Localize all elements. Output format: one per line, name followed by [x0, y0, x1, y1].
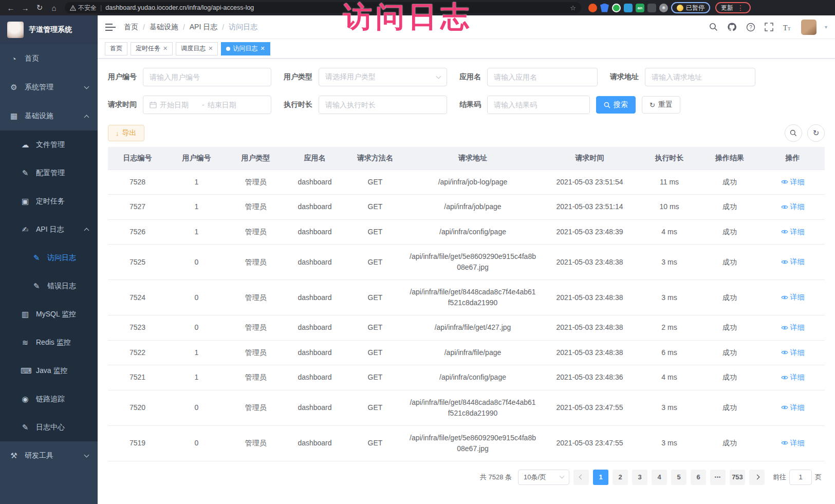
close-icon[interactable]: ✕ [260, 45, 265, 52]
pagination: 共 7528 条 10条/页 1 2 3 4 5 6 ••• 753 前往 页 [98, 461, 835, 485]
user-type-select[interactable]: 请选择用户类型 [319, 68, 447, 86]
request-url-input[interactable] [652, 73, 749, 81]
home-icon: ◔ [9, 54, 18, 63]
font-size-icon[interactable]: TT [783, 22, 793, 32]
col-result: 操作结果 [699, 147, 760, 170]
avatar-caret-down-icon[interactable]: ▾ [825, 24, 827, 30]
toggle-search-button[interactable] [785, 124, 802, 142]
result-code-input[interactable] [494, 101, 583, 109]
hamburger-icon[interactable] [105, 23, 117, 31]
reload-icon[interactable]: ↻ [34, 2, 45, 13]
eye-icon [781, 295, 788, 300]
toolbox-icon: ⚒ [9, 451, 18, 460]
close-icon[interactable]: ✕ [163, 45, 168, 52]
next-page-button[interactable] [749, 470, 765, 485]
page-button-6[interactable]: 6 [691, 470, 706, 485]
forward-icon[interactable]: → [20, 2, 31, 13]
breadcrumb-current: 访问日志 [229, 23, 257, 32]
home-icon[interactable]: ⌂ [48, 2, 60, 13]
sidebar-item-config-management[interactable]: ✎ 配置管理 [0, 159, 98, 187]
sidebar-item-java-monitor[interactable]: ⌨ Java 监控 [0, 357, 98, 385]
bookmark-star-icon[interactable]: ☆ [570, 4, 576, 12]
detail-button[interactable]: 详细 [781, 227, 805, 237]
page-button-753[interactable]: 753 [730, 470, 745, 485]
export-button[interactable]: ↓ 导出 [108, 125, 144, 141]
detail-button[interactable]: 详细 [781, 177, 805, 188]
help-icon[interactable]: ? [746, 22, 756, 32]
user-id-input[interactable] [150, 73, 265, 81]
paused-badge[interactable]: 已暂停 [671, 2, 710, 13]
start-date-input[interactable] [160, 101, 199, 109]
extension-icon-green-circle[interactable] [612, 4, 621, 12]
detail-button[interactable]: 详细 [781, 256, 805, 267]
sidebar-item-log-center[interactable]: ✎ 日志中心 [0, 413, 98, 441]
back-icon[interactable]: ← [5, 2, 16, 13]
app-name-input[interactable] [494, 73, 591, 81]
page-button-5[interactable]: 5 [671, 470, 686, 485]
sidebar-item-trace[interactable]: ◉ 链路追踪 [0, 385, 98, 413]
gear-icon: ⚙ [9, 83, 18, 92]
end-date-input[interactable] [208, 101, 247, 109]
address-bar[interactable]: 不安全 | dashboard.yudao.iocoder.cn/infra/l… [65, 2, 581, 13]
tab-home[interactable]: 首页 [105, 42, 127, 55]
close-icon[interactable]: ✕ [208, 45, 213, 52]
extension-icon-dark[interactable] [647, 4, 656, 12]
tab-scheduled-jobs[interactable]: 定时任务 ✕ [131, 42, 173, 55]
sidebar-item-access-log[interactable]: ✎ 访问日志 [0, 244, 98, 272]
prev-page-button[interactable] [573, 470, 589, 485]
detail-button[interactable]: 详细 [781, 292, 805, 303]
github-icon[interactable] [727, 22, 737, 32]
breadcrumb-infrastructure[interactable]: 基础设施 [150, 23, 178, 32]
job-icon: ▣ [21, 197, 30, 206]
detail-button[interactable]: 详细 [781, 347, 805, 358]
sidebar-item-home[interactable]: ◔ 首页 [0, 44, 98, 73]
page-size-select[interactable]: 10条/页 [518, 470, 569, 485]
app-logo-row[interactable]: 芋道管理系统 [0, 15, 98, 44]
detail-button[interactable]: 详细 [781, 438, 805, 449]
fullscreen-icon[interactable] [764, 22, 774, 32]
sidebar-item-infrastructure[interactable]: ▦ 基础设施 [0, 102, 98, 130]
breadcrumb-home[interactable]: 首页 [124, 23, 138, 32]
tab-access-log[interactable]: 访问日志 ✕ [221, 42, 270, 55]
refresh-icon: ↻ [650, 101, 655, 109]
refresh-button[interactable]: ↻ [807, 124, 825, 142]
detail-button[interactable]: 详细 [781, 322, 805, 333]
goto-page-input[interactable] [789, 470, 812, 485]
more-pages-button[interactable]: ••• [710, 470, 726, 485]
user-avatar[interactable] [801, 20, 817, 35]
sidebar-item-mysql-monitor[interactable]: ▥ MySQL 监控 [0, 300, 98, 328]
extension-icon-shield[interactable] [600, 4, 609, 12]
breadcrumb-api-log[interactable]: API 日志 [190, 23, 217, 32]
url-text: dashboard.yudao.iocoder.cn/infra/log/api… [105, 4, 566, 11]
detail-button[interactable]: 详细 [781, 201, 805, 212]
extension-icon-an[interactable]: an [636, 4, 644, 12]
eye-icon [781, 179, 788, 184]
search-button[interactable]: 搜索 [596, 96, 636, 114]
detail-button[interactable]: 详细 [781, 402, 805, 413]
extension-icon-paw[interactable]: ✻ [659, 4, 668, 12]
search-icon[interactable] [709, 22, 719, 32]
page-button-3[interactable]: 3 [632, 470, 647, 485]
not-secure-warning[interactable]: 不安全 [70, 4, 97, 12]
sidebar-item-dev-tools[interactable]: ⚒ 研发工具 [0, 441, 98, 470]
page-button-1[interactable]: 1 [593, 470, 608, 485]
tab-schedule-log[interactable]: 调度日志 ✕ [176, 42, 218, 55]
date-range-picker[interactable]: - [143, 96, 271, 114]
refresh-icon: ↻ [813, 128, 820, 138]
page-button-4[interactable]: 4 [652, 470, 667, 485]
eye-icon [781, 440, 788, 445]
sidebar-item-file-management[interactable]: ☁ 文件管理 [0, 130, 98, 159]
extension-icon-orange[interactable] [588, 4, 597, 12]
sidebar-item-error-log[interactable]: ✎ 错误日志 [0, 272, 98, 300]
duration-input[interactable] [325, 101, 440, 109]
sidebar-item-system[interactable]: ⚙ 系统管理 [0, 73, 98, 102]
detail-button[interactable]: 详细 [781, 372, 805, 383]
col-log-id: 日志编号 [108, 147, 167, 170]
extension-icon-blue-puzzle[interactable] [624, 4, 633, 12]
sidebar-item-api-log[interactable]: ✍ API 日志 [0, 215, 98, 244]
sidebar-item-scheduled-jobs[interactable]: ▣ 定时任务 [0, 187, 98, 215]
sidebar-item-redis-monitor[interactable]: ≋ Redis 监控 [0, 328, 98, 357]
reset-button[interactable]: ↻ 重置 [642, 96, 680, 114]
page-button-2[interactable]: 2 [613, 470, 628, 485]
update-button[interactable]: 更新 ⋮ [715, 2, 751, 13]
